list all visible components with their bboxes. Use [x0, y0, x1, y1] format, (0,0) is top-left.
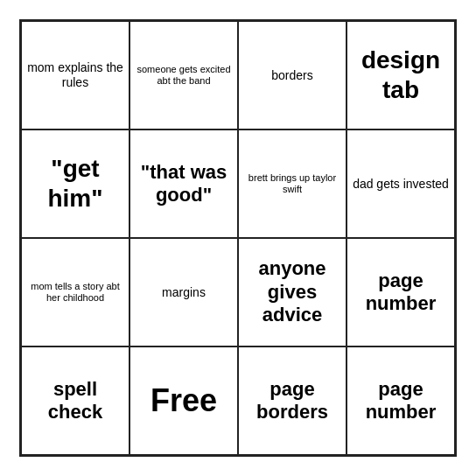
- bingo-cell-r3c3: page number: [346, 346, 455, 455]
- bingo-cell-r1c3: dad gets invested: [346, 130, 455, 238]
- bingo-cell-r0c0: mom explains the rules: [21, 21, 130, 130]
- bingo-cell-r2c1: margins: [130, 238, 238, 346]
- bingo-board: mom explains the rulessomeone gets excit…: [19, 19, 457, 457]
- bingo-cell-r2c3: page number: [346, 238, 455, 346]
- bingo-cell-r1c0: "get him": [21, 130, 130, 238]
- bingo-cell-r3c0: spell check: [21, 346, 130, 455]
- bingo-cell-r0c3: design tab: [346, 21, 455, 130]
- bingo-cell-r3c1: Free: [130, 346, 238, 455]
- bingo-cell-r0c1: someone gets excited abt the band: [130, 21, 238, 130]
- bingo-cell-r2c2: anyone gives advice: [238, 238, 346, 346]
- bingo-cell-r0c2: borders: [238, 21, 346, 130]
- bingo-cell-r1c1: "that was good": [130, 130, 238, 238]
- bingo-cell-r3c2: page borders: [238, 346, 346, 455]
- bingo-cell-r2c0: mom tells a story abt her childhood: [21, 238, 130, 346]
- bingo-cell-r1c2: brett brings up taylor swift: [238, 130, 346, 238]
